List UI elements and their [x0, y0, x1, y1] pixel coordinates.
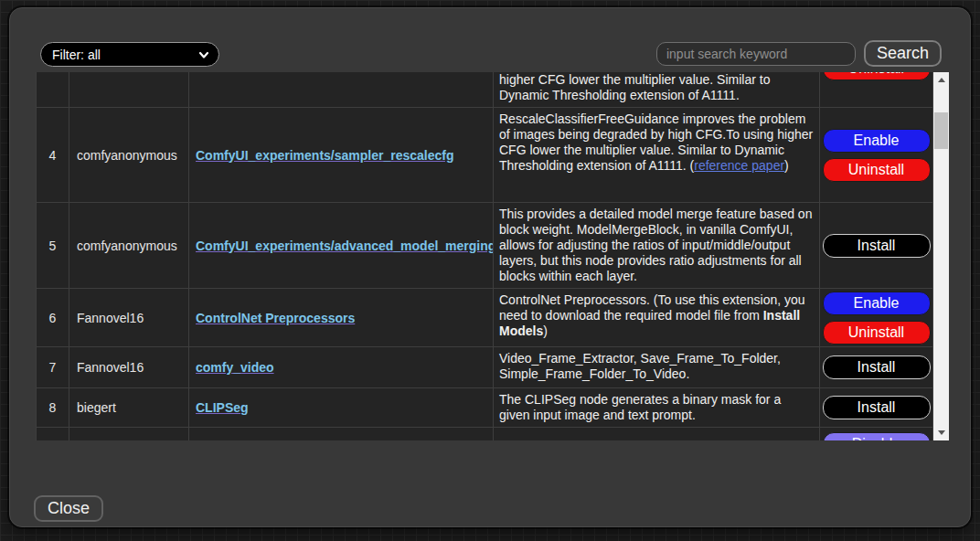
row-description-cell: These custom nodes provides features tha…	[494, 428, 820, 441]
description-text: Video_Frame_Extractor, Save_Frame_To_Fol…	[499, 351, 781, 381]
row-id-cell: 8	[37, 388, 69, 428]
scroll-up-arrow[interactable]	[933, 72, 949, 88]
row-name-cell: ComfyUI_experiments/sampler_rescalecfg	[189, 108, 494, 203]
filter-select[interactable]: Filter: all	[40, 42, 219, 67]
row-action-cell: EnableUninstall	[820, 289, 933, 347]
uninstall-button[interactable]: Uninstall	[823, 72, 931, 80]
table-row: 9 BlenderNeko ComfyUI Cutoff These custo…	[37, 428, 933, 441]
search-input[interactable]	[656, 42, 856, 66]
enable-button[interactable]: Enable	[823, 129, 931, 153]
extension-name-link[interactable]: ComfyUI_experiments/advanced_model_mergi…	[196, 239, 494, 253]
table-row: 6 Fannovel16 ControlNet Preprocessors Co…	[37, 289, 933, 347]
extension-name-link[interactable]: CLIPSeg	[196, 400, 249, 415]
description-text: )	[784, 158, 789, 173]
row-description-cell: ControlNet Preprocessors. (To use this e…	[494, 289, 820, 347]
table-row: higher CFG lower the multiplier value. S…	[37, 72, 933, 108]
row-action-cell: Install	[820, 347, 933, 388]
row-name-cell: comfy_video	[189, 347, 494, 388]
extensions-table-area: higher CFG lower the multiplier value. S…	[36, 72, 949, 440]
row-description-cell: Video_Frame_Extractor, Save_Frame_To_Fol…	[494, 347, 820, 388]
row-author-cell: comfyanonymous	[69, 108, 189, 203]
row-description-cell: The CLIPSeg node generates a binary mask…	[494, 388, 820, 428]
row-name-cell: CLIPSeg	[189, 388, 494, 428]
description-text: ControlNet Preprocessors. (To use this e…	[499, 292, 805, 323]
filter-select-wrap: Filter: all	[40, 42, 219, 67]
row-description-cell: This provides a detailed model merge fea…	[494, 203, 820, 289]
extension-manager-dialog: Filter: all Search higher CFG lower the …	[9, 7, 971, 527]
row-author-cell: comfyanonymous	[69, 203, 189, 289]
row-name-cell: ComfyUI Cutoff	[189, 428, 494, 441]
row-action-cell: Install	[820, 388, 933, 428]
extension-name-link[interactable]: ComfyUI_experiments/sampler_rescalecfg	[196, 148, 453, 163]
scroll-down-arrow[interactable]	[933, 425, 949, 440]
row-action-cell: Install	[820, 203, 933, 289]
extension-name-link[interactable]: comfy_video	[196, 360, 274, 375]
table-row: 7 Fannovel16 comfy_video Video_Frame_Ext…	[37, 347, 933, 388]
search-group: Search	[656, 40, 942, 67]
close-button[interactable]: Close	[34, 495, 103, 522]
row-description-cell: RescaleClassifierFreeGuidance improves t…	[494, 108, 820, 203]
table-row: 8 biegert CLIPSeg The CLIPSeg node gener…	[37, 388, 933, 428]
scrollbar-thumb[interactable]	[934, 112, 948, 149]
row-description-cell: higher CFG lower the multiplier value. S…	[494, 72, 820, 108]
row-author-cell: BlenderNeko	[69, 428, 189, 441]
row-id-cell: 6	[37, 289, 69, 347]
install-button[interactable]: Install	[823, 234, 931, 258]
row-action-cell: Uninstall	[820, 72, 933, 108]
row-name-cell: ControlNet Preprocessors	[189, 289, 494, 347]
row-name-cell: ComfyUI_experiments/advanced_model_mergi…	[189, 203, 494, 289]
extensions-table: higher CFG lower the multiplier value. S…	[36, 72, 933, 440]
dialog-toolbar: Filter: all Search	[10, 42, 970, 75]
row-author-cell: biegert	[69, 388, 189, 428]
row-author-cell: Fannovel16	[69, 289, 189, 347]
row-id-cell: 7	[37, 347, 69, 388]
description-text: This provides a detailed model merge fea…	[499, 207, 812, 283]
table-scrollbar[interactable]	[933, 72, 949, 440]
install-button[interactable]: Install	[823, 396, 931, 419]
uninstall-button[interactable]: Uninstall	[823, 321, 931, 345]
row-action-cell: EnableUninstall	[820, 108, 933, 203]
enable-button[interactable]: Enable	[823, 292, 931, 315]
row-action-cell: Disable	[820, 428, 933, 441]
row-author-cell: Fannovel16	[69, 347, 189, 388]
row-id-cell	[37, 72, 69, 108]
table-row: 4 comfyanonymous ComfyUI_experiments/sam…	[37, 108, 933, 203]
extension-name-link[interactable]: ControlNet Preprocessors	[196, 311, 355, 325]
search-button[interactable]: Search	[864, 40, 942, 67]
row-author-cell	[69, 72, 189, 108]
uninstall-button[interactable]: Uninstall	[823, 158, 931, 182]
row-id-cell: 5	[37, 203, 69, 289]
install-button[interactable]: Install	[823, 355, 931, 379]
row-name-cell	[189, 72, 494, 108]
row-id-cell: 4	[37, 108, 69, 203]
description-text: higher CFG lower the multiplier value. S…	[499, 72, 770, 102]
disable-button[interactable]: Disable	[823, 432, 931, 440]
description-text: The CLIPSeg node generates a binary mask…	[499, 392, 781, 422]
description-text: )	[543, 324, 548, 338]
row-id-cell: 9	[37, 428, 69, 441]
table-row: 5 comfyanonymous ComfyUI_experiments/adv…	[37, 203, 933, 289]
extensions-table-clip: higher CFG lower the multiplier value. S…	[36, 72, 933, 440]
reference-paper-link[interactable]: reference paper	[694, 158, 784, 173]
